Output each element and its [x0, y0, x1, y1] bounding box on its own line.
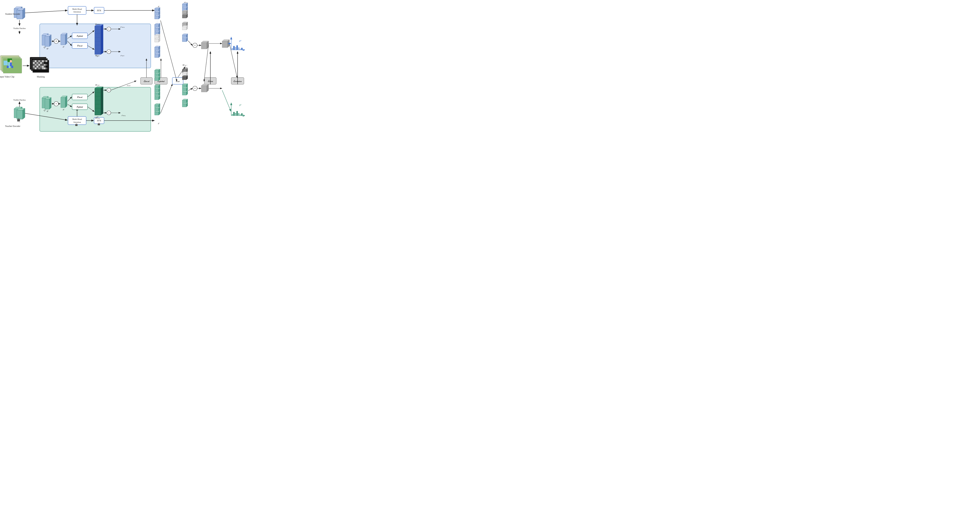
mha-top-label: Multi-Head — [72, 8, 82, 10]
svg-marker-256 — [222, 41, 228, 48]
svg-rect-35 — [35, 68, 37, 69]
svg-rect-9 — [33, 60, 35, 62]
svg-text:×: × — [56, 102, 57, 105]
svg-rect-6 — [7, 66, 9, 68]
svg-rect-42 — [44, 68, 46, 69]
svg-rect-278 — [237, 111, 238, 116]
svg-text:ztatt-g: ztatt-g — [121, 115, 126, 116]
svg-text:Mtatt-g: Mtatt-g — [95, 117, 100, 119]
ffn-top-label: FFN — [97, 9, 101, 12]
svg-rect-11 — [37, 60, 38, 62]
svg-rect-269 — [238, 48, 239, 50]
zt-to-fact-arrow — [161, 84, 172, 113]
svg-rect-15 — [44, 60, 46, 62]
mha-bottom-label: Multi-Head — [72, 118, 82, 120]
zs-to-fact-arrow — [161, 21, 177, 81]
svg-rect-281 — [241, 113, 243, 116]
svg-text:zsatt-l: zsatt-l — [120, 55, 124, 57]
svg-rect-26 — [38, 64, 40, 66]
svg-rect-19 — [37, 62, 38, 64]
svg-rect-268 — [237, 45, 238, 50]
svg-text:···: ··· — [18, 9, 21, 12]
svg-marker-165 — [154, 78, 159, 81]
svg-rect-38 — [40, 68, 42, 69]
svg-text:zt: zt — [158, 122, 160, 125]
svg-rect-271 — [241, 48, 243, 50]
zacts-to-mult-arrow — [188, 41, 192, 45]
svg-rect-275 — [232, 114, 233, 116]
visible-patches-bottom-label: Visible Patches — [13, 99, 26, 101]
input-video-label: Input Video Clip — [0, 75, 14, 78]
svg-rect-39 — [42, 68, 44, 69]
ps-label: Ps — [239, 40, 242, 42]
svg-marker-230 — [182, 76, 186, 80]
svg-rect-12 — [38, 60, 40, 62]
svg-rect-17 — [33, 62, 35, 64]
svg-text:Msatt-l: Msatt-l — [95, 55, 100, 57]
svg-marker-61 — [61, 35, 65, 45]
svg-marker-144 — [101, 87, 103, 115]
svg-rect-21 — [40, 62, 42, 64]
zt-cube-stack: · · · · — [154, 69, 160, 115]
svg-rect-41 — [46, 64, 48, 66]
svg-marker-58 — [49, 35, 51, 46]
svg-rect-272 — [243, 49, 244, 50]
gray-to-pt-arrow — [222, 90, 231, 111]
svg-marker-241 — [182, 92, 186, 95]
svg-rect-265 — [232, 48, 233, 50]
svg-rect-43 — [46, 68, 48, 69]
svg-marker-142 — [95, 88, 101, 115]
svg-marker-179 — [154, 97, 159, 100]
svg-marker-133 — [45, 99, 49, 109]
svg-rect-33 — [42, 66, 44, 68]
svg-rect-279 — [238, 113, 239, 116]
zs-cube-stack: · · · · — [154, 8, 160, 57]
svg-rect-32 — [40, 66, 42, 68]
svg-rect-16 — [46, 60, 48, 62]
svg-rect-14 — [42, 60, 44, 62]
svg-text:Msatt-g: Msatt-g — [95, 23, 100, 25]
svg-rect-266 — [233, 46, 235, 50]
svg-rect-27 — [40, 64, 42, 66]
svg-rect-18 — [35, 62, 37, 64]
svg-rect-127 — [75, 124, 78, 126]
mha-top-box — [68, 6, 86, 14]
svg-text:×: × — [194, 44, 196, 47]
svg-marker-122 — [17, 110, 23, 119]
svg-rect-45 — [44, 64, 46, 66]
student-encoder-label: Student Encoder — [5, 13, 21, 15]
zact-s-cube-stack: · · · · — [182, 3, 188, 42]
svg-rect-282 — [243, 115, 244, 116]
mha-top-label2: Attention — [73, 11, 81, 13]
svg-rect-31 — [38, 66, 40, 68]
svg-marker-116 — [154, 54, 159, 57]
svg-rect-23 — [33, 64, 35, 66]
svg-marker-105 — [154, 39, 159, 42]
svg-rect-36 — [37, 68, 38, 69]
svg-marker-219 — [182, 38, 186, 42]
svg-rect-37 — [38, 68, 40, 69]
svg-text:×: × — [108, 89, 110, 92]
f-local-bottom-label: Flocal — [77, 96, 83, 99]
svg-rect-30 — [37, 66, 38, 68]
svg-rect-277 — [235, 113, 236, 116]
svg-text:×: × — [55, 40, 57, 43]
svg-rect-24 — [35, 64, 37, 66]
svg-rect-280 — [240, 115, 241, 116]
svg-marker-203 — [182, 15, 186, 18]
svg-text:×: × — [108, 28, 110, 30]
svg-rect-5 — [10, 62, 12, 66]
encoder-to-mha-arrow — [25, 10, 67, 13]
svg-rect-40 — [44, 66, 46, 68]
gray-to-lhint-arrow — [204, 45, 208, 81]
svg-rect-270 — [240, 49, 241, 50]
f-global-bottom-label: Fglobal — [76, 106, 83, 108]
svg-text:×: × — [108, 50, 110, 53]
svg-text:ztact: ztact — [184, 66, 188, 68]
diagram-container: Input Video Clip Masking — [0, 0, 245, 132]
svg-text:ztatt-l: ztatt-l — [127, 84, 130, 87]
svg-marker-138 — [61, 97, 65, 108]
mha-bottom-box — [68, 116, 86, 125]
svg-rect-10 — [35, 60, 37, 62]
svg-marker-50 — [23, 8, 25, 19]
